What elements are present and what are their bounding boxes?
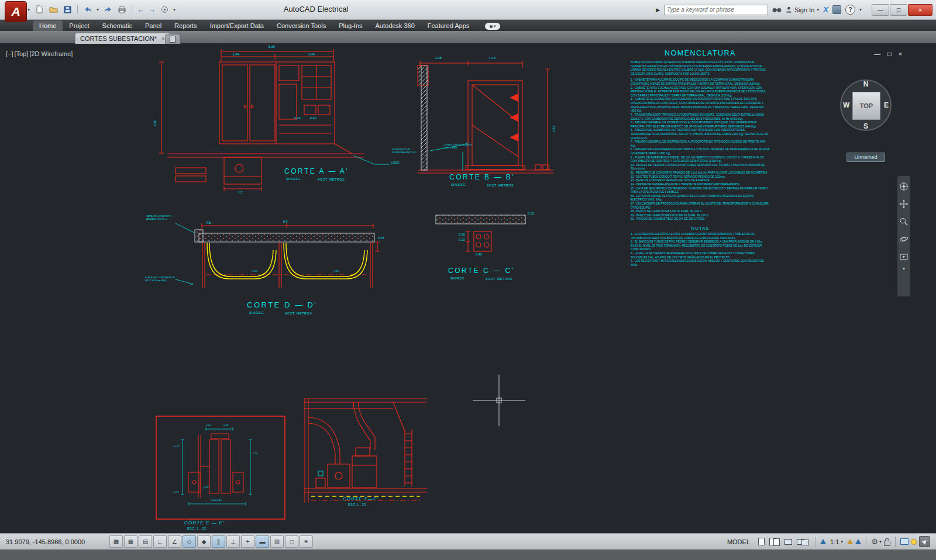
hardware-accel-icon[interactable] <box>900 538 909 545</box>
corte-d-title: CORTE D — D' <box>247 300 317 309</box>
drawing-restore-icon[interactable]: □ <box>887 50 892 57</box>
ribbon-tab-autodesk-360[interactable]: Autodesk 360 <box>369 20 421 31</box>
dimension-label: P.B. <box>206 221 212 224</box>
drawing-minimize-icon[interactable]: — <box>874 50 880 57</box>
statusbar-toggle-osnap[interactable]: ◇ <box>183 535 196 548</box>
ribbon-tab-import-export[interactable]: Import/Export Data <box>204 20 270 31</box>
viewcube-south[interactable]: S <box>863 122 868 130</box>
annotation-autoscale-icon[interactable] <box>855 539 861 544</box>
lock-ui-icon[interactable] <box>884 541 890 546</box>
secondary-drawing-tab[interactable] <box>165 34 180 44</box>
monitor-icon <box>784 539 792 545</box>
viewcube-east[interactable]: E <box>884 101 889 109</box>
layouts-icon[interactable] <box>768 537 781 547</box>
view-name-pill[interactable]: Unnamed <box>846 153 885 162</box>
ribbon-tab-panel[interactable]: Panel <box>139 20 168 31</box>
new-file-button[interactable] <box>34 4 44 15</box>
qat-dropdown-caret-icon[interactable]: ▾ <box>173 7 176 12</box>
corte-b-wall-cap <box>418 65 428 85</box>
annotation-scale-button[interactable]: 1:1 ▾ <box>828 538 845 545</box>
undo-dropdown-caret-icon[interactable]: ▾ <box>97 7 99 12</box>
dimension-label: INTERRUPTOR TERMOMAGNETICO <box>392 148 417 154</box>
ribbon-tab-featured-apps[interactable]: Featured Apps <box>421 20 476 31</box>
undo-button[interactable] <box>82 4 93 15</box>
binoculars-icon[interactable] <box>772 5 782 15</box>
back-button[interactable]: ← <box>137 6 144 13</box>
workspace-icon[interactable] <box>159 4 170 15</box>
viewport-visual-style-control[interactable]: [2D Wireframe] <box>29 50 73 57</box>
statusbar-toggle-ortho[interactable]: ∟ <box>153 535 167 548</box>
annotation-visibility-icon[interactable] <box>847 539 853 544</box>
close-button[interactable]: × <box>908 4 932 16</box>
ribbon-tab-home[interactable]: Home <box>33 20 63 31</box>
quickview-drawings-icon[interactable] <box>796 538 810 546</box>
statusbar-toggle-sc[interactable]: ≡ <box>300 535 313 548</box>
navbar-caret-icon[interactable]: ▾ <box>903 266 905 271</box>
navigation-wheel-icon[interactable] <box>899 182 909 191</box>
help-caret-icon[interactable]: ▾ <box>859 7 862 12</box>
statusbar-toggle-ducs[interactable]: ⊥ <box>226 535 240 548</box>
exchange-apps-icon[interactable] <box>832 5 841 14</box>
search-input[interactable] <box>664 5 768 15</box>
statusbar-toggle-dyn[interactable]: + <box>241 535 254 548</box>
statusbar-toggle-snap[interactable]: ▦ <box>124 535 137 548</box>
ribbon-tab-reports[interactable]: Reports <box>168 20 204 31</box>
workspace-switch-button[interactable]: ⚙▾ <box>871 537 882 546</box>
dimension-label: 7-4/0 <box>252 270 257 273</box>
minimize-button[interactable]: — <box>872 4 889 16</box>
maximize-button[interactable]: □ <box>890 4 907 16</box>
statusbar-toggle-infer[interactable]: ▩ <box>109 535 123 548</box>
dimension-label: 0.10 <box>459 238 465 241</box>
exchange-x-icon[interactable]: X <box>823 5 828 14</box>
statusbar-toggle-3dosnap[interactable]: ◆ <box>197 535 211 548</box>
statusbar-toggle-lwt[interactable]: ▬ <box>256 535 269 548</box>
plot-button[interactable] <box>116 4 127 15</box>
quickview-layouts-icon[interactable] <box>783 538 793 545</box>
dimension-label: 0.40 <box>476 253 482 256</box>
drawing-close-icon[interactable]: × <box>899 50 902 57</box>
statusbar-toggle-qp[interactable]: □ <box>285 535 298 548</box>
zoom-icon[interactable] <box>899 217 909 226</box>
orbit-icon[interactable] <box>899 234 909 244</box>
statusbar-toggle-otrack[interactable]: ∥ <box>212 535 225 548</box>
drawing-tab-label: CORTES SUBESTACION* <box>80 35 157 42</box>
model-button[interactable]: MODEL <box>722 537 755 547</box>
ribbon-media-button[interactable]: ▾ <box>485 23 500 30</box>
ribbon-tab-schematic[interactable]: Schematic <box>96 20 139 31</box>
nomenclatura-block: NOMENCLATURA SUBESTACION COMPACTA SERVIC… <box>631 49 770 267</box>
isolate-objects-icon[interactable] <box>911 539 917 545</box>
layout-icon[interactable] <box>757 537 766 546</box>
help-button[interactable]: ? <box>845 5 855 15</box>
sign-in-button[interactable]: Sign In ▾ <box>786 6 819 13</box>
drawing-tab-close-icon[interactable]: × <box>161 36 165 42</box>
showmotion-icon[interactable] <box>899 252 909 261</box>
drawing-canvas[interactable]: 8.351.441.442.600.400.401.2LOSA2.081.432… <box>0 43 936 533</box>
application-menu-button[interactable]: A <box>5 1 27 22</box>
redo-button[interactable] <box>102 4 113 15</box>
viewcube-north[interactable]: N <box>863 80 869 88</box>
statusbar-toggle-polar[interactable]: ∠ <box>168 535 181 548</box>
annotation-scale-icon[interactable] <box>820 539 826 544</box>
statusbar-toggle-grid[interactable]: ▤ <box>139 535 152 548</box>
forward-button[interactable]: → <box>148 6 156 13</box>
save-file-button[interactable] <box>62 4 73 15</box>
viewcube-top-face[interactable]: TOP <box>852 92 880 120</box>
coordinates-readout[interactable]: 31.9079, -145.8966, 0.0000 <box>6 538 102 545</box>
ribbon-tab-plug-ins[interactable]: Plug-Ins <box>332 20 369 31</box>
open-file-button[interactable] <box>48 4 58 15</box>
clean-screen-button[interactable] <box>919 536 930 547</box>
viewport-menu-control[interactable]: [−] <box>6 50 13 57</box>
viewcube-west[interactable]: W <box>843 101 849 109</box>
viewport-view-control[interactable]: [Top] <box>15 50 29 57</box>
ribbon-tab-conversion-tools[interactable]: Conversion Tools <box>270 20 332 31</box>
ribbon-tab-project[interactable]: Project <box>63 20 95 31</box>
statusbar-toggle-tpy[interactable]: ▥ <box>270 535 284 548</box>
app-menu-caret-icon[interactable]: ▾ <box>27 7 30 12</box>
infocenter-arrow-icon[interactable]: ▶ <box>656 7 660 13</box>
viewcube: N S W E TOP <box>840 79 892 131</box>
drawing-tab-active[interactable]: CORTES SUBESTACION* × <box>75 33 170 44</box>
page-icon <box>758 538 765 545</box>
dimension-label: 2.08 <box>435 56 442 60</box>
pan-icon[interactable] <box>899 199 909 209</box>
workspace-caret-icon: ▾ <box>879 539 882 544</box>
